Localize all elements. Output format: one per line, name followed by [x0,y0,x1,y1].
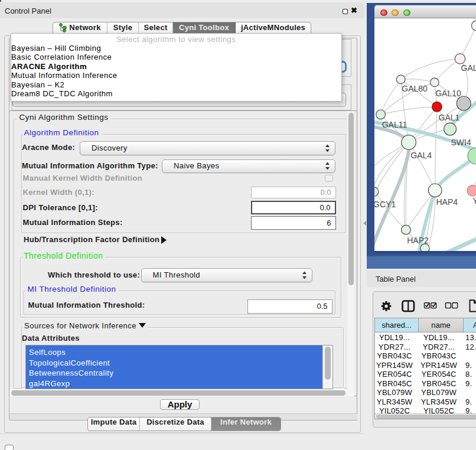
svg-text:GAL: GAL [461,63,476,73]
svg-text:SWI4: SWI4 [451,138,471,147]
svg-text:GAL11: GAL11 [382,120,407,129]
svg-text:HAP2: HAP2 [407,236,429,245]
svg-text:GAL80: GAL80 [402,84,428,93]
svg-text:GAL4: GAL4 [410,151,432,160]
svg-text:GAL10: GAL10 [435,89,461,98]
svg-text:Y: Y [472,196,476,206]
svg-text:GCY1: GCY1 [374,200,396,209]
svg-text:GAL1: GAL1 [439,113,460,122]
svg-text:HAP4: HAP4 [436,197,458,207]
